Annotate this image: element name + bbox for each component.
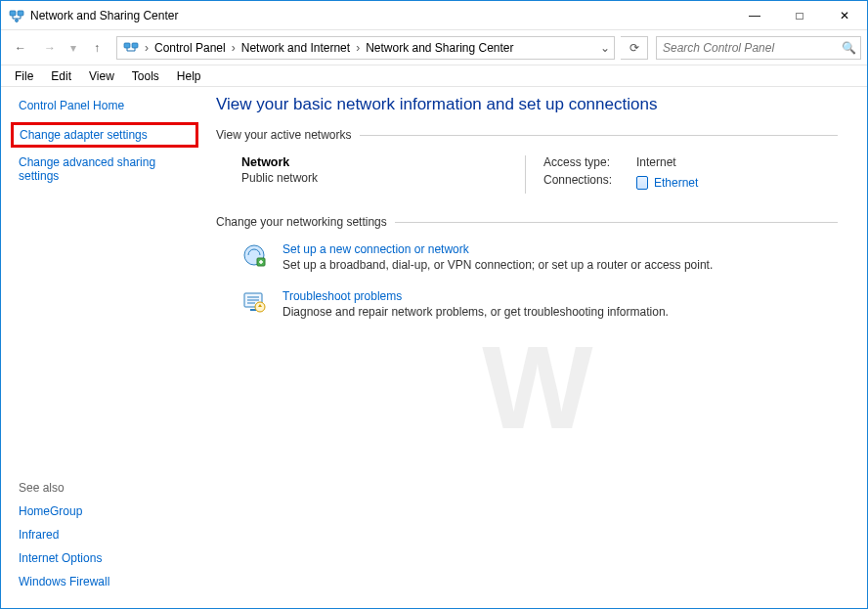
network-name: Network bbox=[241, 155, 525, 169]
maximize-icon: □ bbox=[796, 9, 803, 22]
connection-link[interactable]: Ethernet bbox=[654, 176, 698, 190]
svg-point-2 bbox=[16, 19, 19, 22]
minimize-button[interactable]: — bbox=[732, 1, 777, 29]
address-bar[interactable]: › Control Panel › Network and Internet ›… bbox=[116, 36, 615, 60]
breadcrumb[interactable]: Control Panel bbox=[151, 41, 230, 55]
network-type: Public network bbox=[241, 171, 525, 185]
up-icon: ↑ bbox=[94, 41, 100, 55]
minimize-icon: — bbox=[749, 9, 760, 22]
address-dropdown-button[interactable]: ⌄ bbox=[596, 41, 614, 55]
chevron-down-icon: ▾ bbox=[70, 41, 76, 55]
body: Control Panel Home Change adapter settin… bbox=[1, 87, 867, 608]
window-controls: — □ ✕ bbox=[732, 1, 867, 29]
forward-icon: → bbox=[44, 41, 56, 55]
troubleshoot-desc: Diagnose and repair network problems, or… bbox=[282, 305, 669, 319]
breadcrumb[interactable]: Network and Internet bbox=[238, 41, 354, 55]
access-type-label: Access type: bbox=[543, 155, 636, 169]
up-button[interactable]: ↑ bbox=[83, 35, 110, 61]
crumb-sep-icon: › bbox=[354, 41, 362, 55]
active-network: Network Public network Access type: Inte… bbox=[241, 155, 838, 194]
menu-file[interactable]: File bbox=[7, 67, 41, 85]
ethernet-icon bbox=[636, 176, 648, 190]
see-also-internet-options[interactable]: Internet Options bbox=[19, 551, 102, 565]
search-icon[interactable]: 🔍 bbox=[837, 41, 860, 55]
connections-label: Connections: bbox=[543, 173, 636, 190]
menu-help[interactable]: Help bbox=[169, 67, 209, 85]
navbar: ← → ▾ ↑ › Control Panel › Network and In… bbox=[1, 30, 867, 65]
menu-tools[interactable]: Tools bbox=[124, 67, 167, 85]
network-settings-list: Set up a new connection or network Set u… bbox=[241, 242, 838, 319]
access-type-value: Internet bbox=[636, 155, 676, 169]
sidebar: Control Panel Home Change adapter settin… bbox=[1, 87, 208, 608]
sidebar-item-highlight: Change adapter settings bbox=[11, 122, 198, 148]
sidebar-item-advanced[interactable]: Change advanced sharing settings bbox=[19, 155, 155, 183]
back-icon: ← bbox=[15, 41, 26, 55]
section-change-settings: Change your networking settings bbox=[216, 215, 838, 229]
setting-setup-connection: Set up a new connection or network Set u… bbox=[241, 242, 838, 272]
section-label: View your active networks bbox=[216, 128, 360, 142]
forward-button[interactable]: → bbox=[36, 35, 64, 61]
app-icon bbox=[9, 8, 24, 23]
refresh-icon: ⟳ bbox=[629, 41, 639, 55]
maximize-button[interactable]: □ bbox=[777, 1, 822, 29]
troubleshoot-icon bbox=[241, 289, 267, 315]
setting-troubleshoot: Troubleshoot problems Diagnose and repai… bbox=[241, 289, 838, 319]
menu-edit[interactable]: Edit bbox=[43, 67, 79, 85]
svg-rect-1 bbox=[18, 11, 23, 16]
see-also-infrared[interactable]: Infrared bbox=[19, 528, 59, 542]
refresh-button[interactable]: ⟳ bbox=[621, 36, 648, 60]
section-label: Change your networking settings bbox=[216, 215, 395, 229]
close-button[interactable]: ✕ bbox=[822, 1, 867, 29]
window-title: Network and Sharing Center bbox=[30, 9, 178, 22]
menu-bar: File Edit View Tools Help bbox=[1, 65, 867, 87]
svg-rect-4 bbox=[132, 43, 138, 48]
svg-rect-3 bbox=[124, 43, 130, 48]
svg-rect-0 bbox=[10, 11, 16, 16]
setup-connection-desc: Set up a broadband, dial-up, or VPN conn… bbox=[282, 258, 713, 272]
menu-view[interactable]: View bbox=[81, 67, 122, 85]
search-input[interactable] bbox=[657, 41, 837, 55]
see-also-homegroup[interactable]: HomeGroup bbox=[19, 504, 82, 518]
setup-connection-icon bbox=[241, 242, 267, 268]
main-panel: W View your basic network information an… bbox=[208, 87, 867, 608]
see-also-header: See also bbox=[19, 481, 198, 495]
back-button[interactable]: ← bbox=[7, 35, 34, 61]
address-icon bbox=[123, 40, 139, 56]
crumb-sep-icon: › bbox=[143, 41, 151, 55]
section-active-networks: View your active networks bbox=[216, 128, 838, 142]
setup-connection-link[interactable]: Set up a new connection or network bbox=[282, 242, 469, 256]
recent-locations-button[interactable]: ▾ bbox=[65, 35, 81, 61]
see-also-windows-firewall[interactable]: Windows Firewall bbox=[19, 575, 109, 588]
sidebar-item-home[interactable]: Control Panel Home bbox=[19, 99, 124, 112]
breadcrumb[interactable]: Network and Sharing Center bbox=[362, 41, 517, 55]
troubleshoot-link[interactable]: Troubleshoot problems bbox=[282, 289, 402, 303]
close-icon: ✕ bbox=[840, 9, 849, 22]
crumb-sep-icon: › bbox=[230, 41, 238, 55]
sidebar-item-adapter[interactable]: Change adapter settings bbox=[20, 128, 148, 142]
page-heading: View your basic network information and … bbox=[216, 95, 838, 114]
search-box: 🔍 bbox=[656, 36, 861, 60]
window: Network and Sharing Center — □ ✕ ← → ▾ ↑… bbox=[0, 0, 868, 609]
titlebar: Network and Sharing Center — □ ✕ bbox=[1, 1, 867, 30]
